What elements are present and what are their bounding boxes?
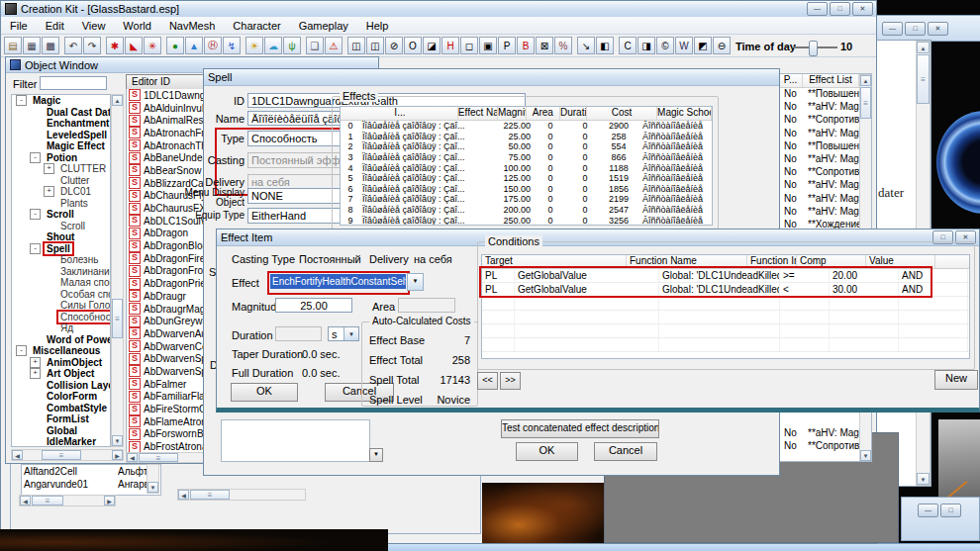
chevron-down-icon[interactable]: ▼ <box>407 273 424 291</box>
effects-row[interactable]: 8 Ïîâûøåíèå çäîðîâüÿ : Çäî... 200.00 0 0… <box>341 205 712 216</box>
scroll-up-icon[interactable] <box>112 95 123 106</box>
scrollbar-thumb[interactable] <box>860 87 871 119</box>
tree-item[interactable]: + CLUTTER <box>12 163 110 175</box>
conditions-column-header[interactable]: Target <box>482 255 627 268</box>
snap-to-grid-icon[interactable]: ✱ <box>106 37 124 54</box>
tree-item-spell[interactable]: - Spell <box>12 243 110 255</box>
effects-row[interactable]: 9 Ïîâûøåíèå çäîðîâüÿ : Çäî... 250.00 0 0… <box>341 215 712 226</box>
tree-item[interactable]: - Miscellaneous <box>12 345 110 357</box>
list-row[interactable]: No **aHV: Mag=0 <box>779 100 859 113</box>
grid-snap-icon[interactable]: ◨ <box>637 37 655 54</box>
chevron-down-icon[interactable] <box>343 327 358 340</box>
cell-hscrollbar-2[interactable] <box>177 489 306 501</box>
effects-column-header[interactable]: Area <box>527 107 560 120</box>
sound-marker-icon[interactable]: ● <box>166 37 184 54</box>
tree-item[interactable]: + AnimObject <box>12 357 110 369</box>
snap-to-angle-icon[interactable]: ◣ <box>125 37 143 54</box>
scrollbar-thumb[interactable] <box>32 496 63 505</box>
animation-icon[interactable]: ↯ <box>223 37 241 54</box>
multibound-icon[interactable]: ⊠ <box>536 37 553 54</box>
effects-row[interactable]: 0 Ïîâûøåíèå çäîðîâüÿ : Çäî... 225.00 0 0… <box>341 121 712 132</box>
tree-item[interactable]: Magic Effect <box>12 140 110 152</box>
list-row[interactable]: No **Сопротивле <box>779 113 859 126</box>
scroll-left-icon[interactable] <box>12 450 23 460</box>
cell-list-scrollbar[interactable] <box>147 464 159 494</box>
menu-edit[interactable]: Edit <box>37 18 73 34</box>
tree-hscrollbar[interactable] <box>11 449 124 461</box>
scroll-right-icon[interactable] <box>104 496 115 505</box>
collision-icon[interactable]: ◪ <box>423 37 441 54</box>
tree-item[interactable]: + DLC01 <box>12 186 110 198</box>
tree-item[interactable]: ColorForm <box>12 391 110 403</box>
scrollbar-thumb[interactable] <box>112 299 123 338</box>
conditions-column-header[interactable]: Function Name <box>627 255 747 268</box>
tree-item[interactable]: - Scroll <box>12 209 110 221</box>
minimize-button[interactable]: — <box>918 504 938 517</box>
tree-item[interactable]: Scroll <box>12 221 110 232</box>
tree-item[interactable]: FormList <box>12 413 110 425</box>
landscape-edit-icon[interactable]: ▲ <box>185 37 203 54</box>
pick-icon[interactable]: ↘ <box>577 37 595 54</box>
water-icon[interactable]: W <box>675 37 693 54</box>
tree-expander-icon[interactable]: - <box>30 152 41 163</box>
list-row[interactable]: No **Сопротивле <box>779 439 859 452</box>
ok-button[interactable]: OK <box>516 442 578 461</box>
scroll-down-icon[interactable] <box>112 435 123 446</box>
cell-row[interactable]: Angarvunde01 Ангарв <box>22 478 160 491</box>
markers-icon[interactable]: ◫ <box>366 37 384 54</box>
rooms-icon[interactable]: B <box>517 37 535 54</box>
area-field[interactable] <box>398 298 455 313</box>
cell-row[interactable]: Alftand2Cell Альфт <box>22 465 160 478</box>
effects-row[interactable]: 5 Ïîâûøåíèå çäîðîâüÿ : Çäî... 125.00 0 0… <box>341 173 712 184</box>
cell-boundaries-icon[interactable]: ◫ <box>347 37 365 54</box>
tree-item[interactable]: Clutter <box>12 175 110 187</box>
duration-field[interactable] <box>275 326 322 341</box>
time-of-day-slider[interactable] <box>793 46 837 48</box>
scroll-left-icon[interactable] <box>178 490 189 500</box>
effects-column-header[interactable]: Magic School <box>657 107 712 120</box>
scroll-down-icon[interactable] <box>917 473 930 485</box>
save-icon[interactable]: ▦ <box>23 37 41 54</box>
preferences-icon[interactable]: ▩ <box>42 37 59 54</box>
warnings-icon[interactable]: ⚠ <box>325 37 343 54</box>
condition-row[interactable]: PL GetGlobalValue Global: 'DLC1UndeadKil… <box>482 283 969 297</box>
tree-item[interactable]: Малая способ <box>12 277 110 289</box>
slider-thumb[interactable] <box>809 41 818 56</box>
cancel-button[interactable]: Cancel <box>594 442 657 461</box>
scroll-up-icon[interactable] <box>917 42 930 53</box>
list-row[interactable]: No **aHV: Mag=1 <box>779 127 859 139</box>
cell-view-icon[interactable]: C <box>619 37 637 54</box>
effects-column-header[interactable]: Duration <box>560 107 587 120</box>
undo-icon[interactable]: ↶ <box>64 37 82 54</box>
ok-button[interactable]: OK <box>231 383 298 402</box>
menu-help[interactable]: Help <box>357 18 398 34</box>
tree-item[interactable]: - Magic <box>12 95 110 107</box>
tree-vscrollbar[interactable] <box>111 94 124 447</box>
minimize-button[interactable]: — <box>807 2 828 16</box>
effects-row[interactable]: 1 Ïîâûøåíèå çäîðîâüÿ : Çäî... 25.00 0 0 … <box>341 132 712 142</box>
menu-navmesh[interactable]: NavMesh <box>160 18 224 34</box>
tree-item[interactable]: Силы Голоса <box>12 300 110 312</box>
effects-row[interactable]: 7 Ïîâûøåíèå çäîðîâüÿ : Çäî... 175.00 0 0… <box>341 194 712 205</box>
percent-icon[interactable]: % <box>554 37 572 54</box>
tree-item[interactable]: Global <box>12 425 110 437</box>
snap-to-reference-icon[interactable]: ✳ <box>144 37 161 54</box>
sky-icon[interactable]: ☁ <box>264 37 282 54</box>
tree-expander-icon[interactable]: - <box>30 209 41 220</box>
occlusion-icon[interactable]: ⊘ <box>385 37 403 54</box>
effect-combo[interactable]: EnchFortifyHealthConstantSelf <box>270 274 406 289</box>
tree-item[interactable]: Collision Layer <box>12 380 110 392</box>
list-row[interactable]: No **Повышенно <box>779 139 859 152</box>
tree-expander-icon[interactable]: - <box>16 95 27 106</box>
column-effect-list[interactable]: Effect List <box>803 74 859 87</box>
column-playable[interactable]: P... <box>779 74 803 87</box>
new-condition-button[interactable]: New <box>934 370 978 390</box>
primitives-icon[interactable]: P <box>498 37 516 54</box>
menu-file[interactable]: File <box>1 18 37 34</box>
list-row[interactable]: No **aHV: Mag=0 <box>779 205 859 218</box>
maximize-button[interactable]: □ <box>905 22 926 36</box>
scrollbar-thumb[interactable] <box>917 54 930 104</box>
list-row[interactable]: No **Сопротивле <box>779 165 859 178</box>
havok-sim-icon[interactable]: H <box>441 37 459 54</box>
tree-item[interactable]: Яд <box>12 322 110 334</box>
